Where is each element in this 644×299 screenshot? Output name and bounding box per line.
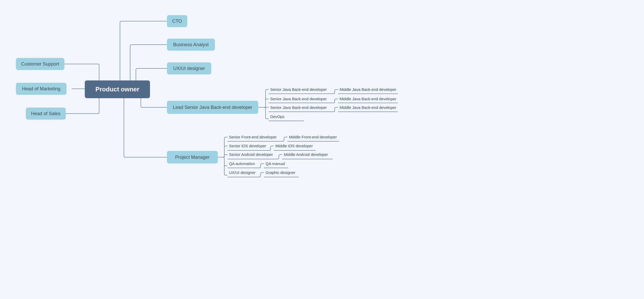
leaf-middle-ios: Middle iOS developer [275, 144, 313, 148]
node-lead-java[interactable]: Lead Senior Java Back-end developer [167, 101, 258, 114]
leaf-graphic-designer: Graphic designer [266, 170, 295, 175]
root-product-owner[interactable]: Product owner [85, 80, 150, 98]
node-project-manager[interactable]: Project Manager [167, 151, 218, 163]
leaf-senior-android: Senior Android developer [229, 152, 273, 157]
leaf-devops: DevOps [270, 114, 284, 119]
node-ux-ui-designer[interactable]: UX/UI designer [167, 62, 211, 74]
leaf-middle-java-2: Middle Java Back-end developer [340, 97, 396, 101]
leaf-senior-java-3: Senior Java Back-end developer [270, 105, 327, 110]
leaf-senior-java-2: Senior Java Back-end developer [270, 97, 327, 101]
leaf-senior-ios: Senior iOS developer [229, 144, 266, 148]
node-head-sales[interactable]: Head of Sales [26, 108, 66, 120]
org-chart-canvas: Product owner Customer Support Head of M… [0, 0, 403, 187]
node-cto[interactable]: CTO [167, 15, 187, 27]
node-customer-support[interactable]: Customer Support [16, 58, 64, 70]
leaf-middle-java-3: Middle Java Back-end developer [340, 105, 396, 110]
node-head-marketing[interactable]: Head of Marketing [16, 83, 67, 95]
leaf-middle-frontend: Middle Front-end developer [289, 135, 337, 139]
leaf-senior-java-1: Senior Java Back-end developer [270, 87, 327, 92]
leaf-senior-frontend: Senior Front-end developer [229, 135, 277, 139]
node-business-analyst[interactable]: Business Analyst [167, 39, 215, 51]
leaf-qa-manual: QA manual [266, 161, 285, 166]
leaf-middle-java-1: Middle Java Back-end developer [340, 87, 396, 92]
leaf-middle-android: Middle Android developer [284, 152, 328, 157]
leaf-uxui-pm: UX/UI designer [229, 170, 256, 175]
leaf-qa-automation: QA automation [229, 161, 255, 166]
